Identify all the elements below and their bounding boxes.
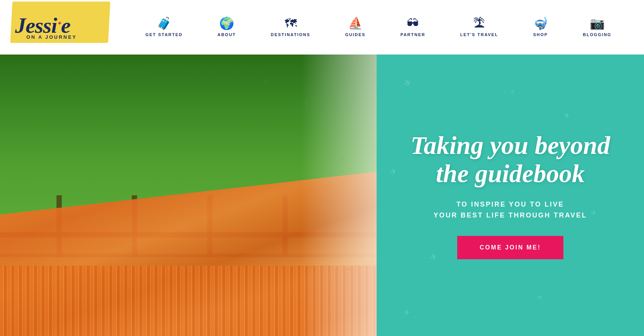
nav-item-destinations[interactable]: 🗺 DESTINATIONS — [271, 17, 310, 37]
nav-item-guides[interactable]: ⛵ GUIDES — [345, 17, 366, 37]
nav-label-about: ABOUT — [217, 32, 236, 37]
hero-photo: ✈ ✈ ✈ ✈ ✈ — [0, 55, 377, 336]
nav-item-about[interactable]: 🌍 ABOUT — [217, 17, 236, 37]
nav-label-destinations: DESTINATIONS — [271, 32, 310, 37]
nav-item-lets-travel[interactable]: 🏝 LET'S TRAVEL — [460, 17, 498, 37]
nav-item-partner[interactable]: 🕶 PARTNER — [400, 17, 425, 37]
cta-button[interactable]: COME JOIN ME! — [457, 236, 564, 259]
site-header: Jessi✦e ON A JOURNEY 🧳 GET STARTED 🌍 ABO… — [0, 0, 644, 55]
sailboat-icon: ⛵ — [348, 17, 363, 29]
nav-item-get-started[interactable]: 🧳 GET STARTED — [145, 17, 183, 37]
snorkel-icon: 🤿 — [533, 17, 548, 29]
nav-label-partner: PARTNER — [400, 32, 425, 37]
map-icon: 🗺 — [285, 17, 297, 29]
main-nav: 🧳 GET STARTED 🌍 ABOUT 🗺 DESTINATIONS ⛵ G… — [121, 17, 629, 37]
logo-subtitle: ON A JOURNEY — [15, 35, 121, 40]
nav-label-shop: SHOP — [533, 32, 548, 37]
nav-item-blogging[interactable]: 📷 BLOGGING — [583, 17, 612, 37]
nav-item-shop[interactable]: 🤿 SHOP — [533, 17, 548, 37]
nav-label-lets-travel: LET'S TRAVEL — [460, 32, 498, 37]
logo-jessie: Jessi✦e — [15, 15, 121, 36]
suitcase-icon: 🧳 — [157, 17, 172, 29]
nav-label-guides: GUIDES — [345, 32, 366, 37]
logo-text: Jessi✦e ON A JOURNEY — [15, 15, 121, 40]
island-icon: 🏝 — [473, 17, 485, 29]
nav-label-blogging: BLOGGING — [583, 32, 612, 37]
hero-content: ✈ ✈ ✈ ✈ ✈ ✈ ✈ ✈ ✈ ✈ Taking you beyond th… — [377, 55, 644, 336]
plane-pattern: ✈ ✈ ✈ ✈ ✈ — [0, 55, 377, 336]
hero-section: ✈ ✈ ✈ ✈ ✈ ✈ ✈ ✈ ✈ ✈ ✈ ✈ ✈ ✈ ✈ Taking you… — [0, 55, 644, 336]
hero-tagline: Taking you beyond the guidebook — [407, 131, 614, 188]
globe-icon: 🌍 — [219, 17, 234, 29]
nav-label-get-started: GET STARTED — [145, 32, 183, 37]
plane-pattern-overlay: ✈ ✈ ✈ ✈ ✈ ✈ ✈ ✈ ✈ ✈ — [377, 55, 644, 336]
sunglasses-icon: 🕶 — [407, 17, 419, 29]
hero-subtitle: TO INSPIRE YOU TO LIVE YOUR BEST LIFE TH… — [433, 199, 587, 221]
logo[interactable]: Jessi✦e ON A JOURNEY — [15, 15, 121, 40]
camera-icon: 📷 — [590, 17, 605, 29]
hero-image: ✈ ✈ ✈ ✈ ✈ — [0, 55, 377, 336]
